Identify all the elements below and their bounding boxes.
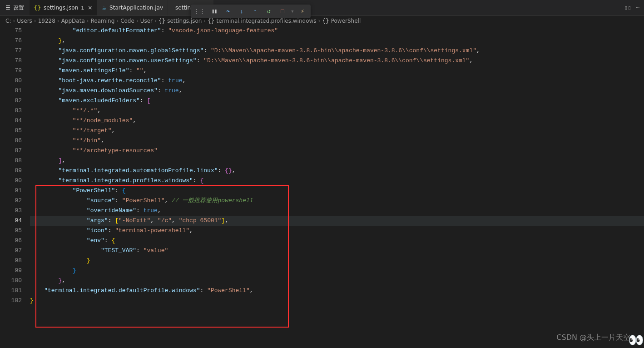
tab-file[interactable]: ☕StartApplication.jav xyxy=(97,0,168,15)
pause-button[interactable]: ❚❚ xyxy=(209,6,220,17)
line-number: 94 xyxy=(0,216,22,226)
line-number: 100 xyxy=(0,276,22,286)
code-line[interactable]: "**/.*", xyxy=(30,106,644,116)
breadcrumb-segment[interactable]: C: xyxy=(5,18,11,24)
breadcrumb-segment[interactable]: terminal.integrated.profiles.windows xyxy=(216,18,316,24)
line-number: 75 xyxy=(0,26,22,36)
file-icon: {} xyxy=(34,5,41,11)
modified-indicator: 1 xyxy=(81,5,84,11)
line-number: 85 xyxy=(0,126,22,136)
breadcrumb-segment[interactable]: User xyxy=(140,18,153,24)
editor-actions: ▯▯ ⋯ xyxy=(620,4,644,11)
breadcrumb-segment[interactable]: PowerShell xyxy=(331,18,361,24)
more-icon[interactable]: ⋯ xyxy=(636,4,639,11)
watermark: CSDN @头上一片天空 xyxy=(556,333,630,343)
debug-toolbar[interactable]: ⋮⋮ ❚❚ ↷ ↓ ↑ ↺ □ ▾ ⚡ xyxy=(191,5,311,18)
code-line[interactable]: "java.configuration.maven.globalSettings… xyxy=(30,46,644,56)
code-content[interactable]: "editor.defaultFormatter": "vscode.json-… xyxy=(30,26,644,306)
braces-icon: {} xyxy=(159,18,165,24)
braces-icon: {} xyxy=(208,18,214,24)
code-line[interactable]: "args": ["-NoExit", "/c", "chcp 65001"], xyxy=(30,216,644,226)
breadcrumb-segment[interactable]: AppData xyxy=(61,18,85,24)
line-number: 95 xyxy=(0,226,22,236)
line-number: 76 xyxy=(0,36,22,46)
code-line[interactable]: "java.maven.downloadSources": true, xyxy=(30,86,644,96)
hot-reload-button[interactable]: ⚡ xyxy=(297,6,308,17)
line-number: 82 xyxy=(0,96,22,106)
code-line[interactable]: ], xyxy=(30,156,644,166)
tab-label: settings.json xyxy=(44,5,78,11)
chevron-right-icon: › xyxy=(34,18,36,24)
chevron-right-icon: › xyxy=(116,18,119,24)
code-line[interactable]: } xyxy=(30,266,644,276)
code-line[interactable]: "maven.excludedFolders": [ xyxy=(30,96,644,106)
line-number: 80 xyxy=(0,76,22,86)
drag-handle-icon[interactable]: ⋮⋮ xyxy=(193,8,205,15)
line-number: 87 xyxy=(0,146,22,156)
chevron-right-icon: › xyxy=(136,18,139,24)
line-number: 79 xyxy=(0,66,22,76)
file-icon: ☕ xyxy=(102,5,107,11)
code-line[interactable]: "**/bin", xyxy=(30,136,644,146)
line-number: 97 xyxy=(0,246,22,256)
breadcrumb-segment[interactable]: settings.json xyxy=(167,18,202,24)
code-line[interactable]: "**/archetype-resources" xyxy=(30,146,644,156)
line-number: 78 xyxy=(0,56,22,66)
code-line[interactable]: "boot-java.rewrite.reconcile": true, xyxy=(30,76,644,86)
code-line[interactable]: "overrideName": true, xyxy=(30,206,644,216)
code-line[interactable]: "**/target", xyxy=(30,126,644,136)
code-line[interactable]: "source": "PowerShell", // 一般推荐使用powersh… xyxy=(30,196,644,206)
chevron-right-icon: › xyxy=(203,18,206,24)
breadcrumb-segment[interactable]: Code xyxy=(120,18,134,24)
line-number: 101 xyxy=(0,286,22,296)
line-number: 84 xyxy=(0,116,22,126)
chevron-right-icon: › xyxy=(13,18,15,24)
restart-button[interactable]: ↺ xyxy=(263,6,274,17)
chevron-right-icon: › xyxy=(57,18,59,24)
code-line[interactable]: "**/node_modules", xyxy=(30,116,644,126)
tab-file[interactable]: {}settings.json1× xyxy=(30,0,98,15)
code-line[interactable]: "PowerShell": { xyxy=(30,186,644,196)
line-number: 77 xyxy=(0,46,22,56)
stop-button[interactable]: □ xyxy=(277,6,288,17)
line-gutter: 7576777879808182838485868788899091929394… xyxy=(0,26,30,306)
breadcrumb-segment[interactable]: Roaming xyxy=(91,18,115,24)
tabs-bar: ☰ 设置 {}settings.json1×☕StartApplication.… xyxy=(0,0,644,16)
tabs-container: {}settings.json1×☕StartApplication.javse… xyxy=(30,0,214,15)
code-line[interactable]: "env": { xyxy=(30,236,644,246)
code-line[interactable]: "terminal.integrated.automationProfile.l… xyxy=(30,166,644,176)
code-line[interactable]: "maven.settingsFile": "", xyxy=(30,66,644,76)
line-number: 86 xyxy=(0,136,22,146)
code-line[interactable]: }, xyxy=(30,276,644,286)
line-number: 92 xyxy=(0,196,22,206)
step-over-button[interactable]: ↷ xyxy=(223,6,233,17)
split-editor-icon[interactable]: ▯▯ xyxy=(624,4,632,11)
chevron-right-icon: › xyxy=(318,18,321,24)
code-line[interactable]: "java.configuration.maven.userSettings":… xyxy=(30,56,644,66)
line-number: 89 xyxy=(0,166,22,176)
breadcrumb[interactable]: C:›Users›19228›AppData›Roaming›Code›User… xyxy=(0,16,644,26)
code-line[interactable]: "terminal.integrated.defaultProfile.wind… xyxy=(30,286,644,296)
step-into-button[interactable]: ↓ xyxy=(236,6,247,17)
breadcrumb-segment[interactable]: 19228 xyxy=(38,18,55,24)
code-line[interactable]: "editor.defaultFormatter": "vscode.json-… xyxy=(30,26,644,36)
step-out-button[interactable]: ↑ xyxy=(250,6,261,17)
close-icon[interactable]: × xyxy=(88,5,92,11)
line-number: 102 xyxy=(0,296,22,306)
code-line[interactable]: } xyxy=(30,296,644,306)
code-line[interactable]: "TEST_VAR": "value" xyxy=(30,246,644,256)
line-number: 96 xyxy=(0,236,22,246)
line-number: 83 xyxy=(0,106,22,116)
tab-settings-label: 设置 xyxy=(13,4,24,12)
code-line[interactable]: } xyxy=(30,256,644,266)
tab-settings[interactable]: ☰ 设置 xyxy=(0,0,30,15)
code-line[interactable]: "icon": "terminal-powershell", xyxy=(30,226,644,236)
line-number: 93 xyxy=(0,206,22,216)
code-line[interactable]: }, xyxy=(30,36,644,46)
breadcrumb-segment[interactable]: Users xyxy=(17,18,32,24)
editor[interactable]: 7576777879808182838485868788899091929394… xyxy=(0,26,644,306)
code-line[interactable]: "terminal.integrated.profiles.windows": … xyxy=(30,176,644,186)
line-number: 99 xyxy=(0,266,22,276)
corner-decoration: 👀 xyxy=(628,333,644,348)
line-number: 90 xyxy=(0,176,22,186)
